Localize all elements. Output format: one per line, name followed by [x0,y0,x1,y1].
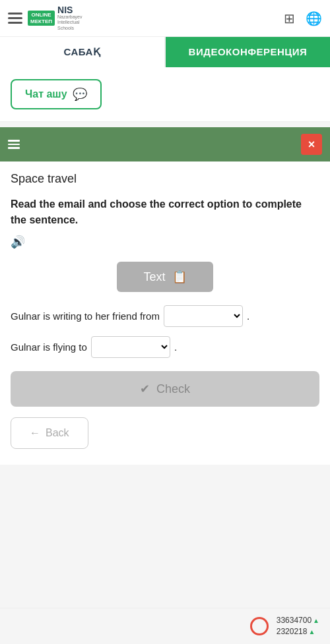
instruction-text: Read the email and choose the correct op… [11,196,319,251]
footer-num1-value: 33634700 [277,615,312,626]
speaker-icon[interactable]: 🔊 [11,233,25,251]
logo-nis-sub: NazarbayevIntellectualSchools [57,15,82,31]
back-button[interactable]: ← Back [11,417,88,449]
toolbar-menu-icon[interactable] [8,140,20,149]
content-panel: Space travel Read the email and choose t… [0,161,330,465]
footer: 33634700 ▲ 2320218 ▲ [0,608,330,644]
footer-num2-arrow: ▲ [308,628,315,637]
check-button-label: Check [156,382,190,396]
check-button[interactable]: ✔ Check [11,371,319,407]
check-icon: ✔ [140,382,150,396]
logo-online: ONLINEМЕКТЕП [28,11,55,26]
back-arrow-icon: ← [30,427,40,439]
logo-nis-title: NIS [57,5,73,15]
sentence1-before: Gulnar is writing to her friend from [11,310,160,322]
sentence2-row: Gulnar is flying to London Astana Moscow… [11,336,319,358]
back-button-label: Back [46,427,69,439]
header-left: ONLINEМЕКТЕП NIS NazarbayevIntellectualS… [8,5,284,31]
sentence1-after: . [247,310,249,322]
footer-circle [250,617,269,635]
nav-tabs: САБАҚ ВИДЕОКОНФЕРЕНЦИЯ [0,37,330,67]
globe-icon[interactable]: 🌐 [306,11,322,26]
footer-num1-arrow: ▲ [313,616,319,626]
text-button[interactable]: Text 📋 [117,262,213,292]
content-toolbar: × [0,127,330,161]
sentence2-dropdown[interactable]: London Astana Moscow [91,336,170,358]
hamburger-icon[interactable] [8,13,22,24]
footer-num2: 2320218 ▲ [277,626,319,637]
instruction-label: Read the email and choose the correct op… [11,196,319,228]
grid-icon[interactable]: ⊞ [284,11,295,26]
chat-button-label: Чат ашу [25,88,67,100]
doc-icon: 📋 [172,270,187,284]
chat-icon: 💬 [73,87,87,102]
tab-video[interactable]: ВИДЕОКОНФЕРЕНЦИЯ [166,37,330,67]
footer-numbers: 33634700 ▲ 2320218 ▲ [277,615,319,637]
chat-area: Чат ашу 💬 [0,67,330,122]
logo-area: ONLINEМЕКТЕП NIS NazarbayevIntellectualS… [28,5,82,31]
header: ONLINEМЕКТЕП NIS NazarbayevIntellectualS… [0,0,330,37]
text-button-label: Text [143,270,165,284]
sentence1-dropdown[interactable]: home school space [164,305,243,327]
footer-num1: 33634700 ▲ [277,615,319,626]
tab-sabak[interactable]: САБАҚ [0,37,166,67]
sentence2-after: . [174,341,177,353]
content-title: Space travel [11,172,319,186]
toolbar-close-button[interactable]: × [301,134,322,155]
chat-open-button[interactable]: Чат ашу 💬 [11,79,102,109]
logo-nis: NIS NazarbayevIntellectualSchools [57,5,82,31]
sentence2-before: Gulnar is flying to [11,341,87,353]
header-right: ⊞ 🌐 [284,11,322,26]
footer-num2-value: 2320218 [277,626,308,637]
sentence1-row: Gulnar is writing to her friend from hom… [11,305,319,327]
main-content: × Space travel Read the email and choose… [0,127,330,465]
